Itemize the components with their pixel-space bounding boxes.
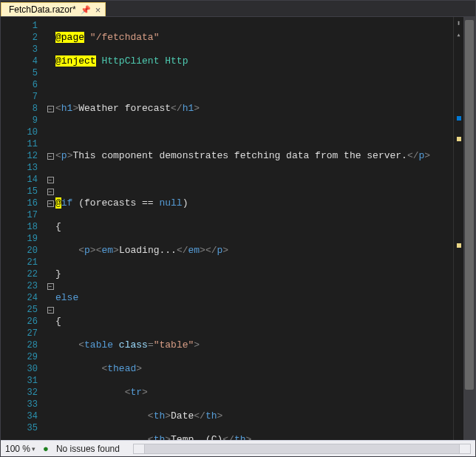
- fold-toggle-icon[interactable]: −: [47, 307, 54, 314]
- fold-toggle-icon[interactable]: −: [47, 153, 54, 160]
- issues-text[interactable]: No issues found: [56, 444, 120, 454]
- line-number: 3: [1, 44, 45, 55]
- horizontal-scrollbar[interactable]: [133, 444, 471, 454]
- fold-slot: [45, 162, 55, 174]
- zoom-value: 100 %: [5, 444, 30, 454]
- fold-slot: [45, 138, 55, 150]
- line-number: 4: [1, 55, 45, 67]
- line-number: 35: [1, 422, 45, 434]
- fold-slot: [45, 221, 55, 233]
- line-number: 31: [1, 375, 45, 387]
- fold-slot: −: [45, 280, 55, 292]
- fold-slot: [45, 44, 55, 55]
- line-number: 33: [1, 399, 45, 410]
- fold-slot: [45, 292, 55, 304]
- fold-toggle-icon[interactable]: −: [47, 283, 54, 290]
- scroll-up-icon[interactable]: ▴: [454, 30, 463, 39]
- split-editor-icon[interactable]: ⬍: [454, 18, 463, 28]
- line-number: 12: [1, 150, 45, 162]
- line-number: 24: [1, 292, 45, 304]
- line-number: 11: [1, 138, 45, 150]
- fold-slot: [45, 399, 55, 410]
- fold-gutter[interactable]: −−−−−−−: [45, 17, 55, 440]
- fold-toggle-icon[interactable]: −: [47, 106, 54, 112]
- line-number: 22: [1, 268, 45, 280]
- line-number: 18: [1, 221, 45, 233]
- fold-slot: [45, 257, 55, 268]
- line-number: 23: [1, 280, 45, 292]
- fold-slot: [45, 387, 55, 399]
- line-number: 30: [1, 363, 45, 375]
- code-content[interactable]: @page "/fetchdata" @inject HttpClient Ht…: [55, 17, 453, 440]
- fold-slot: [45, 55, 55, 67]
- line-number: 15: [1, 186, 45, 197]
- check-icon: ●: [43, 443, 49, 454]
- fold-slot: [45, 422, 55, 434]
- line-number: 29: [1, 351, 45, 363]
- tab-bar: FetchData.razor* 📌 ×: [1, 1, 475, 17]
- fold-slot: [45, 126, 55, 138]
- line-number: 21: [1, 257, 45, 268]
- line-number: 27: [1, 328, 45, 339]
- line-number: 2: [1, 32, 45, 44]
- fold-slot: [45, 316, 55, 328]
- tab-title: FetchData.razor*: [9, 4, 76, 15]
- fold-toggle-icon[interactable]: −: [47, 177, 54, 183]
- fold-slot: [45, 209, 55, 221]
- line-number: 7: [1, 91, 45, 103]
- line-number: 9: [1, 115, 45, 126]
- fold-toggle-icon[interactable]: −: [47, 189, 54, 195]
- line-number: 5: [1, 67, 45, 79]
- line-number: 26: [1, 316, 45, 328]
- fold-slot: −: [45, 174, 55, 186]
- line-number: 19: [1, 233, 45, 245]
- fold-slot: [45, 91, 55, 103]
- fold-slot: [45, 363, 55, 375]
- annotation-mark[interactable]: [457, 243, 461, 248]
- fold-slot: [45, 268, 55, 280]
- pin-icon[interactable]: 📌: [81, 5, 91, 15]
- code-editor[interactable]: 1234567891011121314151617181920212223242…: [1, 17, 475, 440]
- fold-slot: [45, 79, 55, 91]
- line-number: 1: [1, 20, 45, 32]
- file-tab[interactable]: FetchData.razor* 📌 ×: [1, 2, 106, 16]
- line-number: 28: [1, 339, 45, 351]
- annotation-mark[interactable]: [457, 137, 461, 141]
- line-number: 32: [1, 387, 45, 399]
- zoom-level[interactable]: 100 % ▾: [5, 444, 35, 454]
- fold-slot: [45, 375, 55, 387]
- vertical-scrollbar[interactable]: [463, 17, 475, 440]
- fold-toggle-icon[interactable]: −: [47, 200, 54, 207]
- annotation-ruler[interactable]: ⬍ ▴: [453, 17, 463, 440]
- fold-slot: −: [45, 150, 55, 162]
- fold-slot: [45, 20, 55, 32]
- fold-slot: [45, 67, 55, 79]
- scrollbar-thumb[interactable]: [465, 20, 474, 390]
- fold-slot: [45, 339, 55, 351]
- fold-slot: [45, 245, 55, 257]
- line-number: 13: [1, 162, 45, 174]
- fold-slot: [45, 32, 55, 44]
- chevron-down-icon: ▾: [32, 445, 35, 453]
- fold-slot: −: [45, 186, 55, 197]
- line-number: 14: [1, 174, 45, 186]
- line-number: 10: [1, 126, 45, 138]
- status-bar: 100 % ▾ ● No issues found: [1, 440, 475, 456]
- close-icon[interactable]: ×: [95, 5, 101, 15]
- line-number: 17: [1, 209, 45, 221]
- fold-slot: [45, 115, 55, 126]
- line-number: 8: [1, 103, 45, 115]
- line-number: 6: [1, 79, 45, 91]
- line-number: 34: [1, 410, 45, 422]
- fold-slot: −: [45, 103, 55, 115]
- fold-slot: [45, 410, 55, 422]
- fold-slot: [45, 233, 55, 245]
- fold-slot: −: [45, 304, 55, 316]
- line-number: 16: [1, 197, 45, 209]
- fold-slot: [45, 351, 55, 363]
- line-number: 20: [1, 245, 45, 257]
- line-number: 25: [1, 304, 45, 316]
- line-number-gutter: 1234567891011121314151617181920212223242…: [1, 17, 45, 440]
- annotation-mark[interactable]: [457, 116, 461, 121]
- fold-slot: [45, 328, 55, 339]
